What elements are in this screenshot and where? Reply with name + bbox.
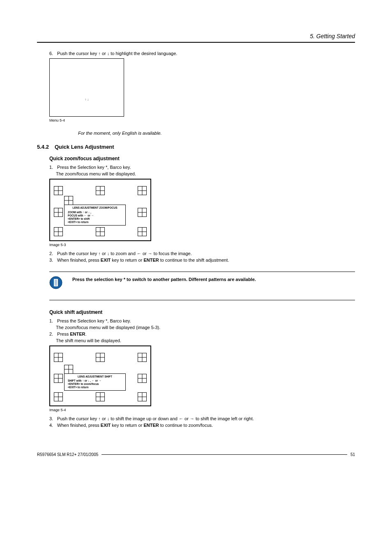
lens-box-title: LENS ADJUSTMENT SHIFT: [66, 375, 124, 378]
t: or: [84, 379, 88, 382]
crosshair-icon: [138, 186, 147, 195]
t: <ENTER> to shift: [68, 217, 124, 221]
crosshair-icon: [54, 353, 63, 362]
step-number: 1.: [49, 318, 56, 323]
menu-arrows: ↑ ↓: [50, 98, 124, 101]
t: or: [84, 211, 88, 214]
crosshair-icon: [138, 374, 147, 383]
step-number: 2.: [49, 251, 56, 256]
t: <ENTER> to zoom/focus: [68, 382, 124, 386]
section-number: 5.4.2: [37, 144, 49, 150]
footer-page-number: 51: [350, 452, 355, 457]
zf-step-3: 3. When finished, press EXIT key to retu…: [49, 258, 355, 263]
t: When finished, press: [57, 423, 101, 428]
zf-step-1: 1. Press the Selection key *, Barco key.: [49, 165, 355, 170]
step-text: When finished, press EXIT key to return …: [57, 258, 229, 263]
shift-step-2: 2. Press ENTER.: [49, 332, 355, 336]
lens-box-title: LENS ADJUSTMENT ZOOM/FOCUS: [66, 206, 124, 210]
crosshair-icon: [54, 227, 63, 236]
t: ,: [90, 211, 91, 214]
note-block: Press the selection key * to switch to a…: [49, 272, 355, 300]
t: Press: [57, 332, 70, 336]
t: ZOOM with: [68, 211, 83, 214]
menu-caption: Menu 5-4: [49, 118, 355, 122]
english-only-note: For the moment, only English is availabl…: [78, 131, 355, 136]
t: When finished, press: [57, 258, 101, 263]
page-footer: R5976654 SLM R12+ 27/01/2005 51: [37, 452, 355, 457]
step-text: Push the cursor key ↑ or ↓ to highlight …: [57, 51, 177, 56]
zoomfocus-title: Quick zoom/focus adjustment: [49, 156, 355, 161]
step-text: Press the Selection key *, Barco key.: [57, 318, 131, 323]
lens-shift-box: LENS ADJUSTMENT SHIFT SHIFT with ↑ or ↓ …: [64, 373, 126, 391]
zf-step-1-sub: The zoom/focus menu will be displayed.: [56, 171, 355, 176]
footer-doc-id: R5976654 SLM R12+ 27/01/2005: [37, 452, 98, 457]
step-number: 1.: [49, 165, 56, 170]
step-number: 2.: [49, 332, 56, 336]
note-text: Press the selection key * to switch to a…: [72, 277, 256, 282]
t: or: [95, 379, 99, 382]
enter-key: ENTER: [143, 423, 159, 428]
shift-image-caption: Image 5-4: [49, 408, 355, 412]
arrow-right-icon: →: [91, 214, 94, 217]
crosshair-icon: [96, 353, 105, 362]
t: <EXIT> to return: [68, 221, 124, 224]
crosshair-icon: [54, 392, 63, 401]
lens-zoomfocus-box: LENS ADJUSTMENT ZOOM/FOCUS ZOOM with ↑ o…: [64, 205, 126, 226]
step-text: Press the Selection key *, Barco key.: [57, 165, 131, 170]
zoomfocus-diagram: LENS ADJUSTMENT ZOOM/FOCUS ZOOM with ↑ o…: [49, 179, 151, 241]
language-menu-screenshot: ↑ ↓: [49, 58, 124, 117]
step-number: 6.: [49, 51, 56, 56]
step-number: 3.: [49, 258, 56, 263]
crosshair-icon: [54, 208, 63, 217]
crosshair-icon: [96, 227, 105, 236]
shift-step-3: 3. Push the cursor key ↑ or ↓ to shift t…: [49, 416, 355, 421]
shift-diagram: LENS ADJUSTMENT SHIFT SHIFT with ↑ or ↓ …: [49, 345, 151, 406]
crosshair-icon: [54, 186, 63, 195]
shift-title: Quick shift adjustment: [49, 309, 355, 315]
chapter-title: 5. Getting Started: [37, 33, 355, 39]
enter-key: ENTER: [70, 332, 85, 336]
header-rule: [37, 42, 355, 43]
step-text: Push the cursor key ↑ or ↓ to zoom and ←…: [57, 251, 192, 256]
crosshair-icon: [138, 227, 147, 236]
crosshair-icon: [96, 186, 105, 195]
t: to continue to the shift adjustment.: [159, 258, 229, 263]
section-title: Quick Lens Adjustment: [55, 144, 114, 150]
t: .: [85, 332, 87, 336]
t: SHIFT with: [68, 379, 82, 382]
crosshair-icon: [138, 392, 147, 401]
step-text: Press ENTER.: [57, 332, 87, 336]
zf-step-2: 2. Push the cursor key ↑ or ↓ to zoom an…: [49, 251, 355, 256]
zoomfocus-image-caption: Image 5-3: [49, 243, 355, 247]
shift-step-2-sub: The shift menu will be displayed.: [56, 338, 355, 343]
crosshair-icon: [138, 208, 147, 217]
shift-step-1-sub: The zoom/focus menu will be displayed (i…: [56, 325, 355, 330]
step-number: 3.: [49, 416, 56, 421]
shift-step-4: 4. When finished, press EXIT key to retu…: [49, 423, 355, 428]
arrow-right-icon: →: [99, 379, 101, 382]
t: or: [87, 214, 91, 217]
enter-key: ENTER: [143, 258, 159, 263]
t: key to return or: [111, 258, 143, 263]
crosshair-icon: [54, 374, 63, 383]
shift-step-1: 1. Press the Selection key *, Barco key.: [49, 318, 355, 323]
step-text: Push the cursor key ↑ or ↓ to shift the …: [57, 416, 254, 421]
crosshair-icon: [64, 365, 73, 374]
section-heading: 5.4.2 Quick Lens Adjustment: [37, 144, 355, 150]
exit-key: EXIT: [101, 423, 111, 428]
arrow-left-icon: ←: [92, 379, 95, 382]
note-icon: [49, 276, 62, 289]
crosshair-icon: [64, 196, 73, 205]
step-6: 6. Push the cursor key ↑ or ↓ to highlig…: [49, 51, 355, 56]
t: to continue to zoom/focus.: [159, 423, 213, 428]
step-text: When finished, press EXIT key to return …: [57, 423, 213, 428]
step-number: 4.: [49, 423, 56, 428]
exit-key: EXIT: [101, 258, 111, 263]
t: <EXIT> to return: [68, 386, 124, 389]
crosshair-icon: [138, 353, 147, 362]
t: FOCUS with: [68, 214, 84, 217]
crosshair-icon: [96, 392, 105, 401]
t: key to return or: [111, 423, 143, 428]
